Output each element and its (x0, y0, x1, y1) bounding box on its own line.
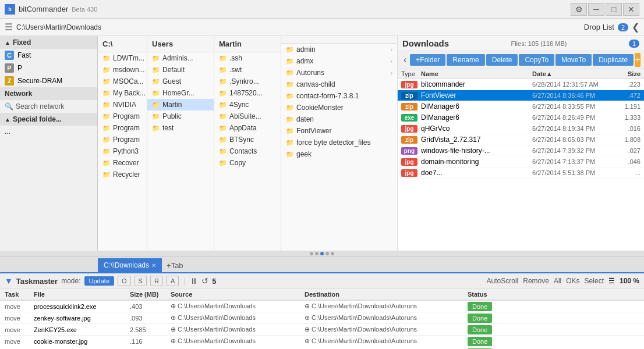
drive-z-item[interactable]: Z Secure-DRAM (0, 74, 97, 87)
scroll-dot (310, 252, 313, 255)
refresh-icon[interactable]: ↺ (201, 276, 208, 286)
duplicate-button[interactable]: Duplicate (593, 54, 634, 66)
col-martin-item[interactable]: 📁AbiSuite... (214, 111, 281, 122)
rename-button[interactable]: Rename (447, 54, 484, 66)
mode-o-button[interactable]: O (118, 276, 131, 286)
drive-p-item[interactable]: P P (0, 62, 97, 74)
col-users-martin-item[interactable]: 📁Martin (147, 99, 214, 111)
subfolder-item[interactable]: 📁admx› (281, 55, 397, 67)
copyto-button[interactable]: CopyTo (519, 54, 554, 66)
subfolder-item[interactable]: 📁contact-form-7.3.8.1 (281, 90, 397, 102)
file-item[interactable]: jpg qHGrVco 6/27/2014 8:19:34 PM .016 (398, 123, 644, 134)
file-item[interactable]: zip FontViewer 6/27/2014 8:36:46 PM .472 (398, 90, 644, 101)
nav-back-button[interactable]: ‹ (401, 54, 409, 66)
file-ext-badge: zip (401, 92, 417, 99)
col-c-item[interactable]: 📁Program (98, 134, 147, 145)
col-martin-item[interactable]: 📁.swt (214, 64, 281, 76)
subfolder-item[interactable]: 📁FontViewer (281, 125, 397, 137)
mode-s-button[interactable]: S (135, 276, 147, 286)
col-header-name[interactable]: Name (421, 70, 529, 77)
col-users-item[interactable]: 📁Adminis... (147, 52, 214, 64)
gear-title-button[interactable]: ⚙ (571, 3, 587, 16)
menu-icon[interactable]: ☰ (5, 22, 13, 33)
search-network-item[interactable]: 🔍 Search network (0, 100, 97, 113)
col-c-recover-item[interactable]: 📁Recover (98, 157, 147, 169)
col-martin-item[interactable]: 📁BTSync (214, 134, 281, 145)
col-martin-item[interactable]: 📁AppData (214, 122, 281, 134)
all-action[interactable]: All (554, 277, 561, 285)
col-header-date[interactable]: Date▲ (532, 70, 614, 77)
task-row[interactable]: move zenkey-software.jpg .093 ⊕ C:\Users… (0, 312, 644, 324)
special-label: Special folde... (13, 115, 62, 123)
file-name: bitcommander (421, 80, 529, 88)
tab-downloads[interactable]: C:\\Downloads ✕ (98, 258, 162, 272)
col-users-item[interactable]: 📁test (147, 122, 214, 134)
col-c-item[interactable]: 📁Program (98, 111, 147, 122)
toolbar-chevron-icon[interactable]: ❮ (632, 22, 639, 33)
file-item[interactable]: jpg doe7... 6/27/2014 5:51:38 PM ... (398, 168, 644, 179)
explorer-area: C:\ 📁LDWTm... 📁msdown... 📁MSOCa... 📁My B… (98, 36, 644, 251)
subfolder-item[interactable]: 📁CookieMonster (281, 102, 397, 113)
col-martin-item[interactable]: 📁.Synkro... (214, 76, 281, 87)
tab-close-icon[interactable]: ✕ (151, 262, 156, 269)
folder-button[interactable]: +Folder (410, 54, 445, 66)
special-item-1[interactable]: ... (0, 126, 97, 137)
mode-a-button[interactable]: A (167, 276, 179, 286)
col-c-item[interactable]: 📁Program (98, 122, 147, 134)
subfolder-item[interactable]: 📁daten (281, 113, 397, 125)
task-source: ⊕ C:\Users\Martin\Downloads (171, 314, 305, 322)
col-c-item[interactable]: 📁msdown... (98, 64, 147, 76)
maximize-button[interactable]: □ (606, 3, 622, 16)
add-tab-button[interactable]: +Tab (162, 259, 188, 272)
col-martin-header: Martin (214, 36, 281, 52)
file-item[interactable]: exe DIManager6 6/27/2014 8:26:49 PM 1.33… (398, 112, 644, 123)
pause-icon[interactable]: ⏸ (190, 276, 198, 286)
file-item[interactable]: zip GridVista_2.72.317 6/27/2014 8:05:03… (398, 134, 644, 145)
col-users-item[interactable]: 📁HomeGr... (147, 87, 214, 99)
col-header-type[interactable]: Type (401, 70, 417, 77)
add-button[interactable]: + (635, 53, 641, 67)
col-c-item[interactable]: 📁LDWTm... (98, 52, 147, 64)
task-row[interactable]: move processquicklink2.exe .403 ⊕ C:\Use… (0, 301, 644, 312)
remove-action[interactable]: Remove (523, 277, 549, 285)
file-item[interactable]: jpg bitcommander 6/28/2014 12:31:57 AM .… (398, 79, 644, 90)
col-martin-item[interactable]: 📁.ssh (214, 52, 281, 64)
col-c-item[interactable]: 📁MSOCa... (98, 76, 147, 87)
select-action[interactable]: Select (585, 277, 604, 285)
col-c-item[interactable]: 📁Python3 (98, 145, 147, 157)
task-row[interactable]: move cookie-monster.jpg .116 ⊕ C:\Users\… (0, 336, 644, 347)
toolbar: ☰ C:\Users\Martin\Downloads Drop List 2 … (0, 19, 644, 36)
subfolder-item[interactable]: 📁force byte detector_files (281, 137, 397, 148)
mode-active-badge[interactable]: Update (84, 276, 114, 286)
mode-r-button[interactable]: R (150, 276, 163, 286)
delete-button[interactable]: Delete (486, 54, 518, 66)
col-c-item[interactable]: 📁NVIDIA (98, 99, 147, 111)
col-header-size[interactable]: Size (617, 70, 641, 77)
taskmaster-chevron-icon[interactable]: ▼ (5, 276, 13, 286)
drop-list-count[interactable]: 2 (618, 23, 628, 31)
subfolder-item[interactable]: 📁geek (281, 148, 397, 160)
oks-action[interactable]: OKs (566, 277, 579, 285)
col-users-item[interactable]: 📁Public (147, 111, 214, 122)
col-martin-item[interactable]: 📁Contacts (214, 145, 281, 157)
close-button[interactable]: ✕ (623, 3, 639, 16)
select-icon[interactable]: ☰ (608, 277, 615, 285)
col-c-item[interactable]: 📁Recycler (98, 169, 147, 180)
col-martin-item[interactable]: 📁4Sync (214, 99, 281, 111)
subfolder-item[interactable]: 📁canvas-child (281, 79, 397, 90)
col-users-item[interactable]: 📁Guest (147, 76, 214, 87)
file-item[interactable]: zip DIManager6 6/27/2014 8:33:55 PM 1.19… (398, 101, 644, 112)
col-martin-item[interactable]: 📁1487520... (214, 87, 281, 99)
task-row[interactable]: move ZenKEY25.exe 2.585 ⊕ C:\Users\Marti… (0, 324, 644, 336)
subfolder-item[interactable]: 📁Autoruns› (281, 67, 397, 79)
file-item[interactable]: png windows-file-history-... 6/27/2014 7… (398, 145, 644, 156)
subfolder-item[interactable]: 📁admin› (281, 44, 397, 55)
minimize-button[interactable]: ─ (588, 3, 604, 16)
col-martin-item[interactable]: 📁Copy (214, 157, 281, 169)
file-item[interactable]: jpg domain-monitoring 6/27/2014 7:13:37 … (398, 156, 644, 168)
col-c-item[interactable]: 📁My Back... (98, 87, 147, 99)
moveto-button[interactable]: MoveTo (555, 54, 592, 66)
task-file: cookie-monster.jpg (34, 338, 130, 345)
drive-c-item[interactable]: C Fast (0, 49, 97, 62)
col-users-item[interactable]: 📁Default (147, 64, 214, 76)
